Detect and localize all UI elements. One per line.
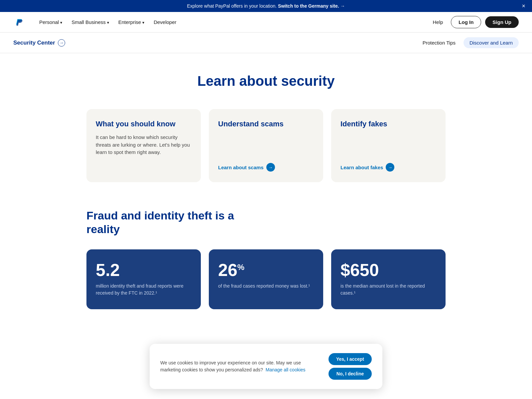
stat-desc-1: million identity theft and fraud reports…	[96, 283, 192, 297]
hero-section: Learn about security	[0, 53, 532, 102]
nav-logo[interactable]	[13, 16, 25, 28]
nav-small-business[interactable]: Small Business	[67, 17, 113, 28]
stat-number-2: 26%	[218, 261, 314, 279]
security-center-arrow-icon: →	[58, 39, 65, 47]
stat-card-1: 5.2 million identity theft and fraud rep…	[86, 249, 201, 309]
paypal-logo-icon	[13, 16, 25, 28]
sub-nav: Security Center → Protection Tips Discov…	[0, 33, 532, 53]
page-title: Learn about security	[13, 73, 519, 89]
accept-cookies-button[interactable]: Yes, I accept	[329, 353, 372, 360]
protection-tips-link[interactable]: Protection Tips	[417, 37, 462, 48]
card-understand-scams: Understand scams Learn about scams →	[209, 109, 323, 182]
nav-developer[interactable]: Developer	[150, 17, 180, 28]
discover-learn-link[interactable]: Discover and Learn	[464, 37, 519, 48]
banner-text: Explore what PayPal offers in your locat…	[187, 3, 277, 9]
personal-chevron-icon	[60, 19, 62, 25]
fakes-link-arrow-icon: →	[386, 163, 394, 172]
small-business-chevron-icon	[107, 19, 109, 25]
learn-about-scams-link[interactable]: Learn about scams →	[218, 163, 314, 172]
card-what-you-should-know: What you should know It can be hard to k…	[86, 109, 201, 182]
security-center-link[interactable]: Security Center →	[13, 39, 65, 47]
stats-title: Fraud and identity theft is a reality	[86, 209, 253, 236]
card-identify-fakes: Identify fakes Learn about fakes →	[331, 109, 446, 182]
cookie-text: We use cookies to improve your experienc…	[160, 359, 321, 360]
cookie-banner: We use cookies to improve your experienc…	[150, 344, 382, 360]
security-center-label: Security Center	[13, 40, 55, 46]
card-3-body	[340, 134, 436, 155]
stat-number-3: $650	[340, 261, 436, 279]
stat-number-1: 5.2	[96, 261, 192, 279]
stat-desc-2: of the fraud cases reported money was lo…	[218, 283, 314, 290]
stats-cards: 5.2 million identity theft and fraud rep…	[86, 249, 446, 309]
stat-card-3: $650 is the median amount lost in the re…	[331, 249, 446, 309]
nav-enterprise[interactable]: Enterprise	[114, 17, 148, 28]
enterprise-chevron-icon	[142, 19, 144, 25]
card-1-title: What you should know	[96, 120, 192, 128]
nav-links: Personal Small Business Enterprise Devel…	[35, 17, 429, 28]
subnav-right: Protection Tips Discover and Learn	[417, 37, 519, 48]
help-button[interactable]: Help	[429, 17, 447, 28]
stat-card-2: 26% of the fraud cases reported money wa…	[209, 249, 323, 309]
nav-actions: Help Log In Sign Up	[429, 16, 519, 28]
card-3-title: Identify fakes	[340, 120, 436, 128]
card-2-title: Understand scams	[218, 120, 314, 128]
cookie-buttons: Yes, I accept No, I decline	[329, 353, 372, 360]
card-2-body	[218, 134, 314, 155]
banner-close-button[interactable]: ×	[522, 3, 525, 9]
nav-personal[interactable]: Personal	[35, 17, 66, 28]
top-banner: Explore what PayPal offers in your locat…	[0, 0, 532, 12]
signup-button[interactable]: Sign Up	[485, 16, 519, 28]
cards-section: What you should know It can be hard to k…	[66, 102, 466, 202]
learn-about-fakes-link[interactable]: Learn about fakes →	[340, 163, 436, 172]
main-nav: Personal Small Business Enterprise Devel…	[0, 12, 532, 33]
banner-link[interactable]: Switch to the Germany site. →	[278, 3, 345, 9]
scams-link-arrow-icon: →	[266, 163, 275, 172]
card-1-body: It can be hard to know which security th…	[96, 134, 192, 172]
login-button[interactable]: Log In	[451, 16, 481, 28]
stat-desc-3: is the median amount lost in the reporte…	[340, 283, 436, 297]
stats-section: Fraud and identity theft is a reality 5.…	[66, 202, 466, 329]
